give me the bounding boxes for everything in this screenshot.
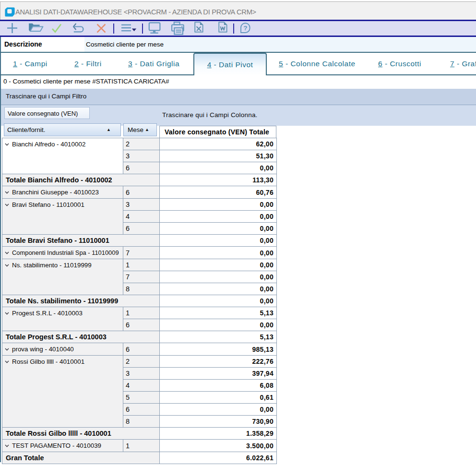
svg-text:?: ? bbox=[243, 24, 247, 32]
